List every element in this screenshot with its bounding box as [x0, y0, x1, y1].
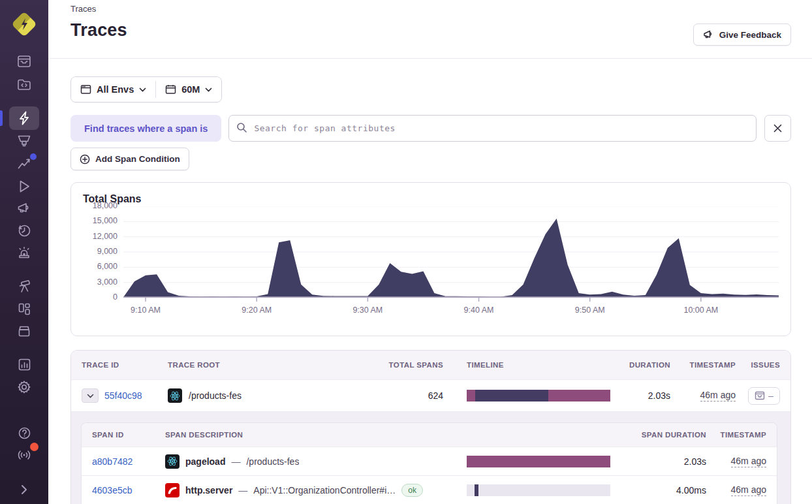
column-duration: Duration	[610, 361, 670, 369]
projects-icon	[17, 78, 31, 91]
column-trace-id: Trace ID	[82, 361, 168, 369]
trace-row[interactable]: 55f40c98 /products-fes 624 2.03s 46m	[71, 379, 790, 411]
sidebar-item-settings[interactable]	[9, 376, 39, 398]
insights-icon	[17, 157, 31, 170]
give-feedback-button[interactable]: Give Feedback	[693, 24, 791, 46]
sidebar-item-traces[interactable]	[9, 106, 39, 130]
issues-icon	[755, 391, 765, 400]
sidebar-item-replays[interactable]	[9, 175, 39, 197]
megaphone-icon	[703, 29, 714, 40]
trace-issues-count: –	[768, 390, 773, 401]
chart-title: Total Spans	[83, 193, 779, 205]
find-traces-pill: Find traces where a span is	[70, 115, 221, 142]
main-content: Traces Traces Give Feedback All Envs	[48, 0, 812, 504]
sidebar-item-crons[interactable]	[9, 320, 39, 342]
trace-timeline-cell	[443, 390, 610, 402]
span-timestamp-cell: 46m ago	[706, 456, 766, 467]
settings-icon	[17, 380, 31, 394]
span-attributes-search-input[interactable]	[228, 115, 757, 142]
column-span-duration: Span Duration	[610, 431, 706, 439]
breadcrumb[interactable]: Traces	[70, 3, 96, 14]
sidebar-item-dashboards[interactable]	[9, 298, 39, 320]
span-timestamp-cell: 46m ago	[706, 484, 766, 496]
replays-icon	[18, 180, 31, 193]
logo-bolt-icon	[19, 18, 29, 31]
sentry-logo[interactable]	[11, 11, 37, 37]
trace-timestamp: 46m ago	[700, 390, 736, 402]
sidebar-item-discover[interactable]	[9, 276, 39, 298]
time-range-filter[interactable]: 60M	[156, 77, 221, 102]
environment-filter-label: All Envs	[97, 84, 134, 95]
span-description: Api::V1::OrganizationController#i…	[253, 485, 396, 496]
search-box	[228, 115, 757, 142]
span-operation: http.server	[185, 485, 232, 496]
column-trace-root: Trace Root	[168, 361, 383, 369]
column-timestamp: Timestamp	[670, 361, 736, 369]
column-timeline: Timeline	[443, 361, 610, 369]
clear-search-button[interactable]	[764, 115, 791, 142]
notification-dot	[30, 443, 39, 451]
trace-root-label: /products-fes	[189, 390, 242, 401]
sidebar-item-stats[interactable]	[9, 353, 39, 375]
sidebar-item-profiling[interactable]	[9, 130, 39, 152]
plus-circle-icon	[80, 154, 90, 165]
column-issues: Issues	[736, 361, 780, 369]
react-icon	[165, 454, 180, 469]
span-table-header: Span ID Span Description Span Duration T…	[82, 423, 777, 447]
separator-dash: —	[231, 456, 240, 467]
x-axis-tick-label: 9:40 AM	[464, 306, 494, 315]
span-id-link[interactable]: 4603e5cb	[92, 485, 133, 496]
traces-table-header: Trace ID Trace Root Total Spans Timeline…	[71, 351, 790, 379]
traces-icon	[18, 111, 30, 125]
trace-timestamp-cell: 46m ago	[670, 390, 736, 402]
sidebar-item-releases[interactable]	[9, 219, 39, 242]
x-axis-tick-label: 9:50 AM	[575, 306, 605, 315]
alerts-icon	[17, 246, 31, 259]
time-range-filter-label: 60M	[181, 84, 200, 95]
chevron-down-icon	[205, 87, 212, 92]
filter-bar: All Envs 60M	[70, 76, 222, 102]
sidebar-item-insights[interactable]	[9, 152, 39, 174]
column-span-timestamp: Timestamp	[706, 431, 766, 439]
broadcast-icon	[16, 449, 32, 461]
y-axis-tick-label: 12,000	[93, 232, 117, 241]
window-icon	[80, 84, 91, 95]
help-icon	[18, 426, 31, 440]
y-axis-tick-label: 18,000	[93, 201, 117, 210]
page-title: Traces	[70, 20, 791, 40]
total-spans-value: 624	[383, 390, 443, 401]
sidebar-item-collapse[interactable]	[9, 479, 39, 501]
span-description-cell: pageload — /products-fes	[165, 454, 456, 469]
column-span-id: Span ID	[92, 431, 165, 439]
environment-filter[interactable]: All Envs	[71, 77, 155, 102]
chart-body: 03,0006,0009,00012,00015,00018,000	[83, 206, 779, 302]
y-axis-tick-label: 9,000	[97, 247, 117, 256]
sidebar-item-feedback[interactable]	[9, 197, 39, 219]
add-span-condition-button[interactable]: Add Span Condition	[70, 148, 189, 170]
span-duration: 4.00ms	[610, 485, 706, 496]
span-row[interactable]: 4603e5cb http.server — Api::V1::Organiza…	[82, 475, 777, 504]
total-spans-chart-panel: Total Spans 03,0006,0009,00012,00015,000…	[70, 182, 791, 336]
sidebar-item-help[interactable]	[9, 422, 39, 444]
sidebar-item-issues[interactable]	[9, 50, 39, 72]
separator-dash: —	[238, 485, 247, 496]
chevron-down-icon	[87, 394, 94, 398]
trace-id-link[interactable]: 55f40c98	[104, 390, 142, 401]
sidebar-item-projects[interactable]	[9, 73, 39, 95]
feedback-icon	[17, 202, 31, 215]
span-search-row: Find traces where a span is	[70, 115, 791, 142]
trace-issues-button[interactable]: –	[748, 387, 780, 405]
stats-icon	[18, 358, 31, 371]
span-id-link[interactable]: a80b7482	[92, 456, 133, 467]
page-header: Traces Traces Give Feedback	[48, 0, 812, 59]
trace-duration: 2.03s	[610, 390, 670, 401]
sidebar-item-alerts[interactable]	[9, 242, 39, 264]
sidebar-item-whats-new[interactable]	[9, 444, 39, 466]
y-axis-tick-label: 3,000	[97, 277, 117, 287]
span-row[interactable]: a80b7482 pageload — /products-fes	[82, 447, 777, 475]
profiling-icon	[17, 134, 31, 148]
span-timestamp: 46m ago	[731, 484, 766, 496]
trace-issues-cell: –	[736, 387, 780, 405]
collapse-trace-button[interactable]	[82, 388, 99, 403]
span-timeline-cell	[456, 484, 610, 496]
